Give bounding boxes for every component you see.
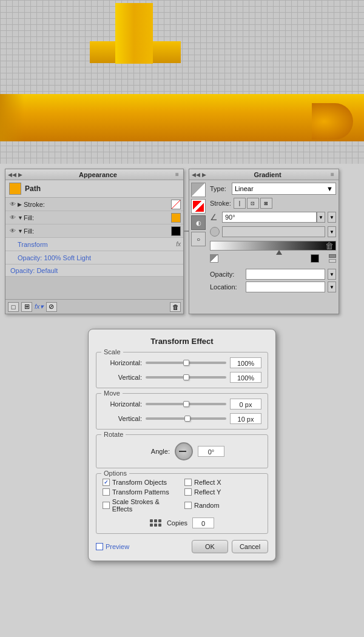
angle-extra-btn[interactable]: ▼ <box>328 212 336 223</box>
copies-dot-6 <box>158 524 161 527</box>
move-h-thumb[interactable] <box>183 401 189 407</box>
gradient-preview-swatch[interactable] <box>191 183 206 197</box>
angle-wheel[interactable] <box>175 442 193 460</box>
reflect-x-row: Reflect X <box>184 479 261 486</box>
transform-objects-label: Transform Objects <box>112 479 167 486</box>
angle-input[interactable]: 0° <box>198 446 224 457</box>
transform-patterns-checkbox[interactable] <box>103 488 110 496</box>
gradient-icon-4[interactable]: ○ <box>191 232 206 246</box>
gradient-expand-icon[interactable]: ▶ <box>202 172 206 178</box>
fill2-arrow[interactable]: ▼ <box>18 228 24 234</box>
fx-icon[interactable]: fx <box>176 241 181 248</box>
angle-symbol-icon: ∠ <box>210 212 220 222</box>
scale-h-input[interactable]: 100% <box>230 357 261 368</box>
preview-label[interactable]: Preview <box>106 543 129 550</box>
options-legend: Options <box>101 470 129 477</box>
opacity1-label: Opacity: 100% Soft Light <box>18 254 91 261</box>
opacity-arrow[interactable]: ▼ <box>328 269 336 280</box>
random-label: Random <box>194 502 220 509</box>
gradient-extra-input[interactable] <box>222 226 325 237</box>
fill1-arrow[interactable]: ▼ <box>18 215 24 221</box>
scale-h-thumb[interactable] <box>183 360 189 366</box>
copies-row: Copies 0 <box>103 517 261 528</box>
reflect-x-checkbox[interactable] <box>184 479 192 486</box>
transform-patterns-label: Transform Patterns <box>112 488 169 496</box>
type-dropdown-arrow[interactable]: ▼ <box>326 185 333 192</box>
transform-row[interactable]: Transform fx <box>5 238 183 251</box>
scale-h-slider[interactable] <box>146 362 226 364</box>
gradient-collapse-icon[interactable]: ◀◀ <box>192 172 200 178</box>
opacity-input[interactable] <box>246 269 325 280</box>
scale-h-row: Horizontal: 100% <box>103 357 261 368</box>
copies-input[interactable]: 0 <box>192 517 214 528</box>
collapse-icon[interactable]: ◀◀ <box>8 172 16 178</box>
fill1-label: Fill: <box>24 214 171 221</box>
gradient-titlebar: ◀◀ ▶ Gradient ≡ <box>189 169 339 180</box>
fill1-eye-icon[interactable]: 👁 <box>8 213 18 223</box>
appearance-menu-btn[interactable]: ≡ <box>174 171 181 178</box>
fill2-eye-icon[interactable]: 👁 <box>8 226 18 236</box>
move-h-input[interactable]: 0 px <box>230 399 261 410</box>
angle-dropdown-arrow[interactable]: ▼ <box>317 212 325 223</box>
appearance-header: Path <box>5 180 183 198</box>
opacity2-label: Opacity: Default <box>10 267 58 274</box>
transform-link[interactable]: Transform <box>18 241 48 248</box>
duplicate-btn[interactable]: ⊞ <box>21 302 32 312</box>
stroke-btn-1[interactable]: | <box>234 198 246 209</box>
stroke-swatch[interactable] <box>171 200 181 209</box>
stroke-eye-icon[interactable]: 👁 <box>8 200 18 209</box>
clear-btn[interactable]: ⊘ <box>46 302 57 312</box>
location-input[interactable] <box>246 281 325 292</box>
gradient-stroke-swatch[interactable] <box>191 199 206 214</box>
reflect-y-label: Reflect Y <box>194 488 221 496</box>
dialog-footer: Preview OK Cancel <box>96 540 268 553</box>
reflect-y-checkbox[interactable] <box>184 488 192 496</box>
panel-expand-controls[interactable]: ◀◀ ▶ <box>8 172 22 178</box>
gradient-icon-b[interactable] <box>329 259 336 263</box>
gradient-bar[interactable] <box>210 241 336 251</box>
fx-btn[interactable]: fx▾ <box>35 303 44 311</box>
angle-input[interactable]: 90° <box>222 212 317 223</box>
gradient-panel: ◀◀ ▶ Gradient ≡ ◐ ○ Type: <box>189 169 339 314</box>
appearance-swatch <box>9 183 21 195</box>
gradient-extra-arrow[interactable]: ▼ <box>328 226 336 237</box>
scale-v-input[interactable]: 100% <box>230 372 261 383</box>
fill1-swatch[interactable] <box>171 213 181 223</box>
gradient-stops-row <box>210 254 336 265</box>
gradient-icon-a[interactable] <box>329 254 336 258</box>
scale-strokes-checkbox[interactable] <box>103 502 110 509</box>
scale-v-thumb[interactable] <box>183 374 189 380</box>
new-item-btn[interactable]: □ <box>8 302 19 312</box>
move-h-slider[interactable] <box>146 403 226 405</box>
stroke-btn-3[interactable]: ⊠ <box>260 198 272 209</box>
move-v-slider[interactable] <box>146 417 226 420</box>
delete-btn[interactable]: 🗑 <box>170 302 181 312</box>
opacity-row: Opacity: ▼ <box>210 269 336 280</box>
type-select[interactable]: Linear ▼ <box>232 183 336 195</box>
cancel-button[interactable]: Cancel <box>232 540 268 553</box>
scale-v-slider[interactable] <box>146 376 226 379</box>
dialog-title: Transform Effect <box>96 337 268 346</box>
appearance-footer: □ ⊞ fx▾ ⊘ 🗑 <box>5 299 183 314</box>
fill2-swatch[interactable] <box>171 226 181 236</box>
preview-checkbox[interactable] <box>96 543 103 550</box>
scale-legend: Scale <box>101 348 123 356</box>
stroke-btn-2[interactable]: ⊡ <box>247 198 259 209</box>
gradient-circle-row: ▼ <box>210 226 336 238</box>
expand-icon[interactable]: ▶ <box>18 172 22 178</box>
location-arrow[interactable]: ▼ <box>328 281 336 292</box>
gradient-delete-btn[interactable]: 🗑 <box>325 241 334 251</box>
gradient-stop-left-swatch[interactable] <box>210 254 218 263</box>
move-v-input[interactable]: 10 px <box>230 413 261 424</box>
copies-dot-2 <box>154 519 157 522</box>
ok-button[interactable]: OK <box>192 540 228 553</box>
gradient-stop-right-swatch[interactable] <box>311 254 319 263</box>
move-v-thumb[interactable] <box>184 416 190 422</box>
gradient-expand-controls[interactable]: ◀◀ ▶ <box>192 172 206 178</box>
scale-strokes-label: Scale Strokes & Effects <box>112 498 180 513</box>
stroke-arrow[interactable]: ▶ <box>18 201 24 207</box>
gradient-right-icons <box>329 254 336 263</box>
gradient-menu-btn[interactable]: ≡ <box>329 171 336 178</box>
transform-objects-checkbox[interactable] <box>103 479 110 486</box>
random-checkbox[interactable] <box>184 502 192 509</box>
